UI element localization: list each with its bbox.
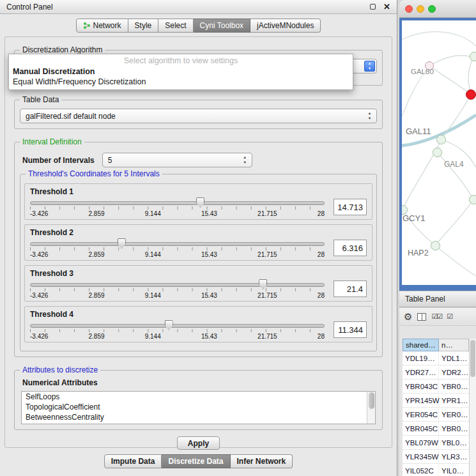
tab-infer-network-label: Infer Network	[237, 457, 286, 466]
table-row[interactable]: YPR145W YPR1…	[403, 394, 469, 408]
node-selected-red[interactable]	[466, 89, 476, 100]
apply-button[interactable]: Apply	[177, 436, 220, 450]
node-label-gal11: GAL11	[406, 127, 431, 136]
cell-shared-name: YDR27…	[403, 365, 439, 379]
threshold-2-slider[interactable]: -3.426 2.859 9.144 15.43 21.715 28	[30, 238, 325, 258]
float-window-icon[interactable]	[370, 4, 376, 10]
table-scrollbar-thumb[interactable]	[470, 340, 475, 377]
slider-track[interactable]	[30, 283, 325, 287]
scale-label: 15.43	[201, 210, 217, 217]
number-of-intervals-combobox[interactable]: 5 ▲▼	[102, 153, 252, 167]
bottom-tabbar: Impute Data Discretize Data Infer Networ…	[0, 454, 397, 468]
tab-discretize-data[interactable]: Discretize Data	[162, 454, 230, 468]
dropdown-option-equal-width-frequency[interactable]: Equal Width/Frequency Discretization	[9, 77, 353, 87]
table-toolbar: ⚙ ☑☑ ☑	[399, 308, 476, 326]
combo-arrows-icon[interactable]: ▲▼	[364, 61, 375, 72]
close-traffic-light[interactable]	[405, 5, 413, 13]
cyni-toolbox-panel: Discretization Algorithm ▲▼ Table Data g…	[4, 36, 392, 448]
columns-icon[interactable]	[417, 313, 426, 321]
combo-arrows-icon[interactable]: ▲▼	[240, 155, 250, 165]
cell-shared-name: YBL079W	[403, 436, 439, 449]
table-row[interactable]: YLR345W YLR3…	[403, 450, 469, 464]
list-item[interactable]: BetweennessCentrality	[22, 412, 375, 422]
slider-scale: -3.426 2.859 9.144 15.43 21.715 28	[30, 210, 325, 217]
tab-cyni-toolbox[interactable]: Cyni Toolbox	[194, 19, 250, 33]
table-row[interactable]: YDR27… YDR2…	[403, 365, 469, 380]
cell-name: YLR3…	[439, 450, 469, 463]
tab-style[interactable]: Style	[128, 19, 159, 33]
threshold-4-value-field[interactable]: 11.344	[334, 321, 367, 338]
table-row[interactable]: YER054C YER0…	[403, 408, 469, 422]
list-scrollbar-thumb[interactable]	[369, 392, 374, 409]
dropdown-option-manual-discretization[interactable]: Manual Discretization	[9, 66, 353, 77]
slider-ticks	[30, 247, 325, 250]
threshold-3-value-field[interactable]: 21.4	[334, 280, 367, 297]
table-panel-titlebar: Table Panel	[399, 291, 476, 307]
list-scrollbar[interactable]	[367, 392, 375, 424]
node-gal11[interactable]	[436, 135, 446, 144]
tab-network[interactable]: Network	[76, 19, 128, 33]
node-gal4[interactable]	[433, 148, 442, 157]
threshold-2-value-field[interactable]: 6.316	[334, 240, 367, 256]
thresholds-group: Threshold's Coordinates for 5 Intervals …	[20, 174, 377, 351]
cell-name: YBR0…	[439, 422, 469, 435]
attributes-group: Attributes to discretize Numerical Attri…	[14, 370, 383, 430]
slider-ticks	[30, 206, 325, 210]
scale-label: 2.859	[89, 292, 105, 299]
minimize-traffic-light[interactable]	[417, 5, 424, 13]
combo-arrows-icon[interactable]: ▲▼	[364, 111, 375, 121]
tab-infer-network[interactable]: Infer Network	[231, 454, 293, 468]
scale-label: 2.859	[89, 210, 105, 217]
node-unnamed-right[interactable]	[469, 195, 476, 204]
scale-label: 9.144	[145, 333, 161, 340]
tab-select[interactable]: Select	[158, 19, 193, 33]
cell-name: YDR2…	[439, 365, 469, 379]
table-row[interactable]: YIL052C YIL0…	[403, 464, 469, 476]
column-header-shared-name[interactable]: shared…	[403, 339, 439, 351]
scale-label: 28	[318, 292, 325, 299]
thresholds-group-title: Threshold's Coordinates for 5 Intervals	[26, 169, 162, 178]
scale-label: 15.43	[201, 333, 217, 340]
cell-shared-name: YLR345W	[403, 450, 439, 463]
scale-label: 9.144	[145, 210, 161, 217]
table-row[interactable]: YDL19… YDL1…	[403, 351, 469, 365]
gear-icon[interactable]: ⚙	[404, 312, 412, 321]
node-hap2[interactable]	[431, 241, 440, 250]
network-canvas[interactable]: GAL80 GAL11 GAL4 GCY1 HAP2	[402, 20, 476, 285]
slider-track[interactable]	[30, 201, 325, 205]
threshold-2-panel: Threshold 2 -3.426 2.859 9.144 15.43	[24, 224, 372, 261]
column-header-name[interactable]: n…	[439, 339, 469, 351]
threshold-2-label: Threshold 2	[30, 228, 367, 237]
tab-network-label: Network	[93, 21, 121, 30]
threshold-1-value-field[interactable]: 14.713	[334, 199, 367, 215]
control-panel-titlebar: Control Panel ✕	[0, 0, 397, 14]
zoom-traffic-light[interactable]	[428, 5, 436, 13]
table-data-combobox[interactable]: galFiltered.sif default node ▲▼	[20, 109, 377, 123]
node-table: shared… n… YDL19… YDL1… YDR27… YDR2… YBR…	[403, 339, 469, 476]
table-row[interactable]: YBR045C YBR0…	[403, 422, 469, 436]
list-item[interactable]: TopologicalCoefficient	[22, 402, 375, 412]
threshold-3-slider[interactable]: -3.426 2.859 9.144 15.43 21.715 28	[30, 279, 325, 299]
select-column-icon[interactable]: ☑	[447, 313, 452, 320]
cell-name: YPR1…	[439, 394, 469, 407]
tab-impute-data-label: Impute Data	[111, 457, 155, 466]
cell-shared-name: YBR045C	[403, 422, 439, 435]
tab-jactivemnodules[interactable]: jActiveMNodules	[250, 19, 321, 33]
slider-track[interactable]	[30, 242, 325, 246]
table-scrollbar[interactable]	[469, 339, 476, 476]
node-unnamed-top-right[interactable]	[470, 52, 476, 61]
table-row[interactable]: YBL079W YBL0…	[403, 436, 469, 450]
table-row[interactable]: YBR043C YBR0…	[403, 380, 469, 394]
numerical-attributes-label: Numerical Attributes	[22, 378, 376, 387]
list-item[interactable]: SelfLoops	[22, 392, 375, 402]
network-icon	[83, 22, 91, 29]
tab-impute-data[interactable]: Impute Data	[104, 454, 162, 468]
node-label-hap2: HAP2	[408, 249, 429, 257]
threshold-1-slider[interactable]: -3.426 2.859 9.144 15.43 21.715 28	[30, 197, 325, 217]
network-view-frame: GAL80 GAL11 GAL4 GCY1 HAP2	[399, 18, 476, 291]
scale-label: 21.715	[257, 210, 277, 217]
slider-track[interactable]	[30, 324, 325, 328]
close-icon[interactable]: ✕	[383, 3, 390, 11]
threshold-4-slider[interactable]: -3.426 2.859 9.144 15.43 21.715 28	[30, 319, 325, 340]
select-all-columns-icon[interactable]: ☑☑	[431, 313, 441, 320]
